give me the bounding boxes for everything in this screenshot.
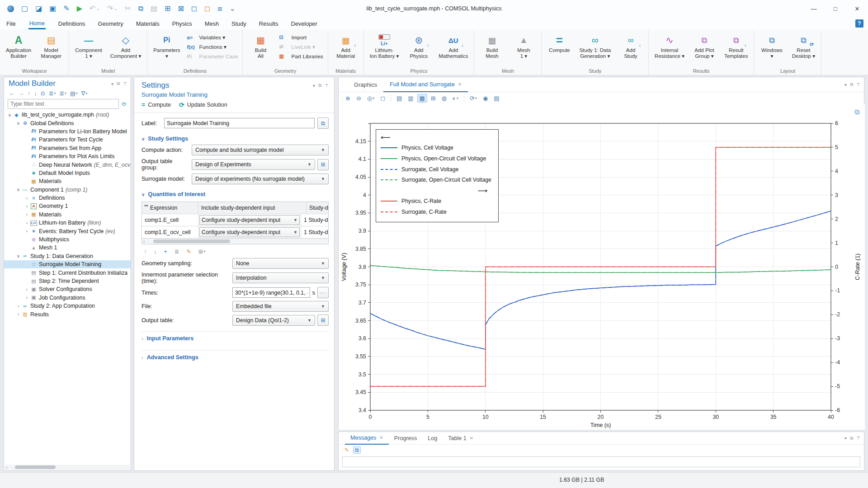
dropdown-file[interactable]: Embedded file▼ — [232, 301, 329, 312]
go-to-table-button[interactable]: ⊞ — [317, 159, 329, 170]
clear-messages-icon[interactable]: ✎ — [343, 447, 350, 453]
clear-table-icon[interactable]: ✎ — [185, 248, 192, 255]
expand-icon[interactable]: › — [15, 312, 21, 317]
collapse-icon[interactable]: ∨ — [15, 187, 21, 192]
reset-desktop-button[interactable]: ⧉⟳ResetDesktop ▾ — [788, 32, 818, 61]
component-1-button[interactable]: —Component1 ▾ — [72, 32, 105, 61]
range-button[interactable]: ··· — [317, 287, 329, 298]
tab-log[interactable]: Log — [422, 432, 443, 444]
legend-toggle-icon[interactable]: ▦ — [417, 94, 427, 103]
duplicate-button[interactable]: ⊞ — [162, 3, 173, 14]
show-options-icon[interactable]: ⊙ — [39, 89, 47, 97]
help-button[interactable]: ? — [855, 19, 863, 28]
rename-label-button[interactable]: ⧉ — [317, 117, 329, 129]
plot-settings-icon[interactable]: ▤ — [394, 94, 404, 103]
study-1-data-generation-button[interactable]: ∞Study 1: DataGeneration ▾ — [576, 32, 614, 61]
paste-button[interactable]: ▤ — [148, 3, 160, 14]
collapse-icon[interactable]: ∨ — [7, 113, 13, 117]
go-to-table-button[interactable]: ⊞ — [317, 314, 329, 326]
view-toggle-icon[interactable]: ⊞ — [429, 94, 438, 103]
expand-icon[interactable]: › — [24, 196, 30, 201]
add-plot-group-button[interactable]: ⧉Add PlotGroup ▾ — [689, 32, 719, 61]
configure-study-dependent-dropdown[interactable]: Configure study-dependent input▼ — [199, 227, 300, 237]
tree-item-lib-test-cycle-surrogate-mph[interactable]: ∨◆lib_test_cycle_surrogate.mph(root) — [4, 111, 131, 119]
tree-item-job-configurations[interactable]: ›▣Job Configurations — [4, 294, 131, 302]
scroll-left-icon[interactable]: ‹ — [5, 465, 9, 470]
move-down-icon[interactable]: ↓ — [33, 90, 38, 97]
clear-selection-button[interactable]: ◻ — [202, 3, 213, 14]
tree-item-lithium-ion-battery[interactable]: ›Li+Lithium-Ion Battery(liion) — [4, 219, 131, 227]
new-file-button[interactable]: ▢ — [19, 3, 31, 14]
section-input-parameters[interactable]: ›Input Parameters — [142, 331, 329, 345]
copy-button[interactable]: ⧉ — [135, 3, 146, 14]
expression-cell[interactable]: comp1.E_cell — [142, 214, 198, 226]
filter-input[interactable] — [8, 99, 119, 109]
refresh-filter-icon[interactable]: ⟳ — [121, 100, 128, 108]
variables-button[interactable]: a=Variables ▾ — [185, 33, 240, 42]
pin-panel-icon[interactable]: ⊤ — [123, 81, 127, 86]
comsol-logo[interactable] — [5, 3, 17, 14]
tree-item-step-1-current-distribution-initializa[interactable]: ▤Step 1: Current Distribution Initializa — [4, 268, 131, 277]
add-material-button[interactable]: ▦↓AddMaterial — [331, 32, 361, 61]
build-all-button[interactable]: ▦BuildAll — [245, 32, 275, 61]
chevron-down-icon[interactable]: ▾ — [111, 81, 113, 86]
zoom-out-icon[interactable]: ⊖ — [354, 94, 363, 103]
float-panel-icon[interactable]: ⧉ — [318, 83, 321, 88]
tree-item-solver-configurations[interactable]: ›▣Solver Configurations — [4, 285, 131, 293]
save-as-button[interactable]: ✎ — [61, 3, 72, 14]
parameters-button[interactable]: PiParameters▾ — [150, 32, 183, 61]
close-tab-icon[interactable]: ✕ — [379, 435, 383, 440]
dropdown-geometry-sampling[interactable]: None▼ — [232, 258, 329, 269]
windows-button[interactable]: ⧉Windows▾ — [757, 32, 787, 61]
tree-item-materials[interactable]: ▦Materials — [4, 177, 131, 185]
study-settings-section-header[interactable]: ∨ Study Settings — [142, 136, 329, 142]
filter-icon[interactable]: ∇▾ — [80, 89, 89, 97]
tree-item-study-1-data-generation[interactable]: ∨∞Study 1: Data Generation — [4, 252, 131, 260]
collapse-all-icon[interactable]: ≣▾ — [58, 89, 68, 97]
delete-button[interactable]: ⊠ — [175, 3, 186, 14]
tree-item-step-2-time-dependent[interactable]: ▤Step 2: Time Dependent — [4, 277, 131, 285]
load-table-icon[interactable]: ⊞▾ — [197, 248, 207, 255]
add-row-icon[interactable]: + — [163, 248, 169, 255]
chevron-down-icon[interactable]: ▾ — [844, 436, 847, 441]
scroll-left-icon[interactable]: ‹ — [142, 239, 146, 244]
scene-color-icon[interactable]: ◐▾ — [450, 94, 461, 103]
collapse-icon[interactable]: ∨ — [15, 121, 21, 126]
menu-file[interactable]: File — [0, 17, 22, 30]
dropdown-innermost-parameter-selection-time[interactable]: Interpolation▼ — [232, 272, 329, 283]
tree-item-parameters-for-plot-axis-limits[interactable]: PiParameters for Plot Axis Limits — [4, 152, 131, 160]
tree-item-mesh-1[interactable]: ▲Mesh 1 — [4, 244, 131, 252]
expand-icon[interactable]: › — [24, 229, 30, 234]
axis-grid-icon[interactable]: ▥ — [406, 94, 415, 103]
times-input[interactable] — [232, 287, 310, 298]
menu-results[interactable]: Results — [253, 17, 285, 30]
expression-cell[interactable]: comp1.E_ocv_cell — [142, 226, 198, 238]
dropdown-surrogate-model[interactable]: Design of experiments (No surrogate mode… — [192, 174, 329, 184]
redo-button[interactable]: ↷⌄ — [104, 3, 120, 14]
float-panel-icon[interactable]: ⧉ — [850, 436, 853, 441]
tab-full-model-and-surrogate[interactable]: Full Model and Surrogate✕ — [383, 77, 468, 92]
report-button[interactable]: ⧈ — [215, 3, 225, 14]
tree-item-definitions[interactable]: ›≡Definitions — [4, 194, 131, 202]
move-up-icon[interactable]: ↑ — [26, 90, 32, 97]
select-box-button[interactable]: ◻ — [189, 3, 200, 14]
collapse-icon[interactable]: ∨ — [15, 253, 21, 258]
move-up-icon[interactable]: ↑ — [142, 248, 148, 255]
compute-button[interactable]: =Compute — [544, 32, 574, 61]
menu-developer[interactable]: Developer — [284, 17, 323, 30]
pin-panel-icon[interactable]: ⊤ — [856, 436, 860, 441]
minimize-button[interactable]: — — [803, 0, 825, 17]
tree-item-parameters-for-li-ion-battery-model[interactable]: PiParameters for Li-Ion Battery Model — [4, 127, 131, 136]
update-solution-button[interactable]: ⟳ Update Solution — [179, 101, 227, 108]
scrollbar-thumb[interactable] — [15, 465, 56, 469]
dropdown-output-table[interactable]: Design Data (QoI1-2)▼ — [232, 315, 315, 326]
move-down-icon[interactable]: ↓ — [152, 248, 158, 255]
application-builder-button[interactable]: AApplicationBuilder — [3, 32, 34, 61]
close-tab-icon[interactable]: ✕ — [470, 436, 473, 441]
expand-icon[interactable]: › — [24, 295, 30, 300]
menu-definitions[interactable]: Definitions — [52, 17, 92, 30]
tree-item-results[interactable]: ›▥Results — [4, 310, 131, 318]
tree-item-parameters-set-from-app[interactable]: PiParameters Set from App — [4, 144, 131, 152]
import-button[interactable]: ⊡Import — [277, 33, 325, 42]
menu-study[interactable]: Study — [225, 17, 253, 30]
